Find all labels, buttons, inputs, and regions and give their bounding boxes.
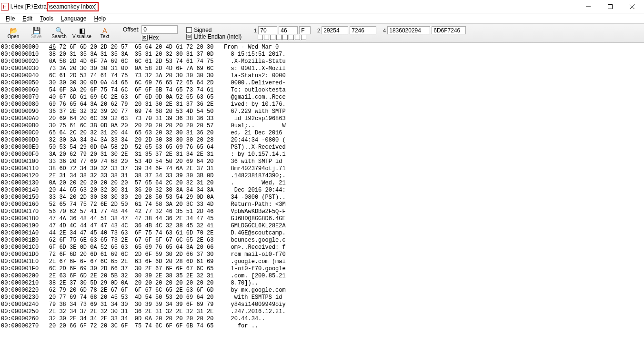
visualise-label: Visualise [72,34,91,39]
group4-dec-input[interactable] [387,26,430,34]
signed-checkbox[interactable] [186,27,192,33]
open-label: Open [8,34,19,39]
bit-box[interactable] [289,35,294,40]
menu-bar: File Edit Tools Language Help [0,13,644,24]
visualise-button[interactable]: ◧ Visualise [71,25,92,42]
minimize-button[interactable] [577,0,599,13]
search-button[interactable]: 🔍 Search [49,25,70,42]
group2-label: 2 [315,28,320,33]
svg-rect-1 [608,4,613,9]
bit-box[interactable] [295,35,300,40]
offset-input[interactable] [141,25,178,34]
open-button[interactable]: 📂 Open [3,25,24,42]
group4-hex-input[interactable] [432,26,466,34]
endian-label: Little Endian (Intel) [194,33,242,40]
bit-box[interactable] [276,35,282,40]
group1-hex-input[interactable] [279,26,298,34]
search-label: Search [51,34,67,39]
signed-label: Signed [194,27,211,33]
group4-label: 4 [381,28,386,33]
bit-box[interactable] [270,35,275,40]
save-icon: 💾 [32,27,40,34]
title-bar: H i.Hex [F:\Extra \seamonkey Inbox] [0,0,644,13]
group2-hex-input[interactable] [350,26,376,34]
group1-bits [252,35,311,40]
menu-language[interactable]: Language [58,14,89,23]
save-label: Save [31,34,42,39]
text-icon: A [102,27,107,34]
close-button[interactable] [621,0,643,13]
text-button[interactable]: A Text [94,25,115,42]
search-icon: 🔍 [55,27,63,34]
text-label: Text [101,34,109,39]
offset-label: Offset: [123,26,140,33]
bit-box[interactable] [258,35,263,40]
menu-edit[interactable]: Edit [20,14,35,23]
toolbar: 📂 Open 💾 Save 🔍 Search ◧ Visualise A Tex… [0,24,644,43]
hex-label: Hex [149,34,159,41]
group1-dec-input[interactable] [258,26,277,34]
menu-file[interactable]: File [3,14,18,23]
window-title-highlight: \seamonkey Inbox] [47,2,99,11]
save-button[interactable]: 💾 Save [26,25,47,42]
group1-label: 1 [252,28,257,33]
hex-viewer[interactable]: 00:00000000 46 72 6F 6D 20 2D 20 57 65 6… [0,43,644,346]
visualise-icon: ◧ [79,27,85,34]
endian-checkbox[interactable]: ⊠ [186,34,192,40]
bit-box[interactable] [301,35,306,40]
app-icon: H [1,3,9,10]
group1-char-input[interactable] [299,26,311,34]
menu-help[interactable]: Help [91,14,109,23]
window-title-prefix: i.Hex [F:\Extra [10,3,47,10]
group2-dec-input[interactable] [322,26,348,34]
bit-box[interactable] [264,35,269,40]
folder-open-icon: 📂 [10,27,18,34]
hex-checkbox[interactable]: ⊠ [142,35,148,41]
menu-tools[interactable]: Tools [37,14,56,23]
bit-box[interactable] [282,35,288,40]
maximize-button[interactable] [599,0,621,13]
